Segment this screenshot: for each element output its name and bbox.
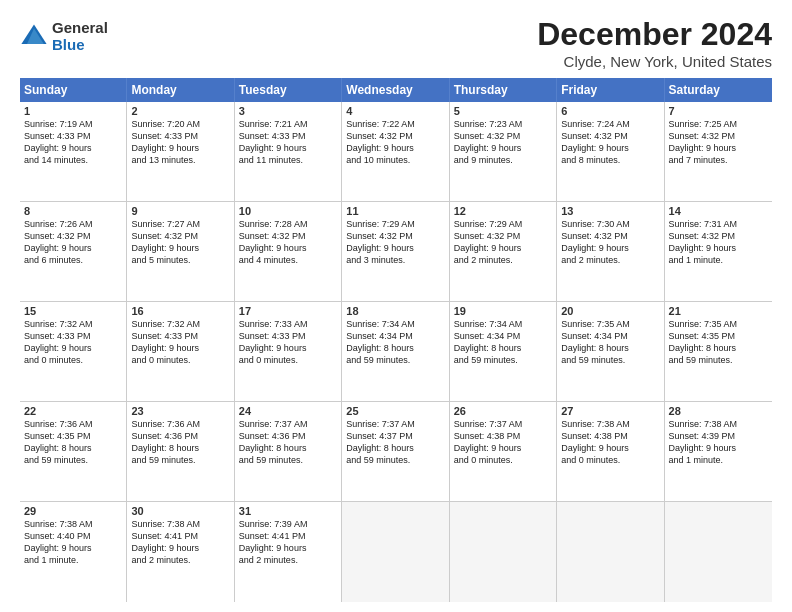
day-number: 13 bbox=[561, 205, 659, 217]
cal-cell: 11Sunrise: 7:29 AMSunset: 4:32 PMDayligh… bbox=[342, 202, 449, 301]
day-name-wednesday: Wednesday bbox=[342, 78, 449, 102]
calendar-title: December 2024 bbox=[537, 16, 772, 53]
cal-cell: 2Sunrise: 7:20 AMSunset: 4:33 PMDaylight… bbox=[127, 102, 234, 201]
cal-cell: 4Sunrise: 7:22 AMSunset: 4:32 PMDaylight… bbox=[342, 102, 449, 201]
cell-text: Sunrise: 7:38 AMSunset: 4:41 PMDaylight:… bbox=[131, 518, 229, 567]
day-name-sunday: Sunday bbox=[20, 78, 127, 102]
day-number: 7 bbox=[669, 105, 768, 117]
cell-text: Sunrise: 7:38 AMSunset: 4:40 PMDaylight:… bbox=[24, 518, 122, 567]
calendar: SundayMondayTuesdayWednesdayThursdayFrid… bbox=[20, 78, 772, 602]
day-number: 16 bbox=[131, 305, 229, 317]
day-number: 10 bbox=[239, 205, 337, 217]
cell-text: Sunrise: 7:28 AMSunset: 4:32 PMDaylight:… bbox=[239, 218, 337, 267]
day-number: 28 bbox=[669, 405, 768, 417]
cell-text: Sunrise: 7:29 AMSunset: 4:32 PMDaylight:… bbox=[454, 218, 552, 267]
day-number: 4 bbox=[346, 105, 444, 117]
cal-cell: 9Sunrise: 7:27 AMSunset: 4:32 PMDaylight… bbox=[127, 202, 234, 301]
day-number: 19 bbox=[454, 305, 552, 317]
day-number: 17 bbox=[239, 305, 337, 317]
page: General Blue December 2024 Clyde, New Yo… bbox=[0, 0, 792, 612]
day-name-tuesday: Tuesday bbox=[235, 78, 342, 102]
cell-text: Sunrise: 7:39 AMSunset: 4:41 PMDaylight:… bbox=[239, 518, 337, 567]
day-number: 23 bbox=[131, 405, 229, 417]
cal-cell: 10Sunrise: 7:28 AMSunset: 4:32 PMDayligh… bbox=[235, 202, 342, 301]
cell-text: Sunrise: 7:26 AMSunset: 4:32 PMDaylight:… bbox=[24, 218, 122, 267]
day-number: 18 bbox=[346, 305, 444, 317]
day-name-thursday: Thursday bbox=[450, 78, 557, 102]
cal-cell: 21Sunrise: 7:35 AMSunset: 4:35 PMDayligh… bbox=[665, 302, 772, 401]
day-number: 30 bbox=[131, 505, 229, 517]
cell-text: Sunrise: 7:36 AMSunset: 4:36 PMDaylight:… bbox=[131, 418, 229, 467]
calendar-body: 1Sunrise: 7:19 AMSunset: 4:33 PMDaylight… bbox=[20, 102, 772, 602]
day-number: 21 bbox=[669, 305, 768, 317]
day-number: 5 bbox=[454, 105, 552, 117]
day-number: 9 bbox=[131, 205, 229, 217]
day-number: 31 bbox=[239, 505, 337, 517]
cal-cell: 30Sunrise: 7:38 AMSunset: 4:41 PMDayligh… bbox=[127, 502, 234, 602]
cell-text: Sunrise: 7:35 AMSunset: 4:34 PMDaylight:… bbox=[561, 318, 659, 367]
day-number: 22 bbox=[24, 405, 122, 417]
cell-text: Sunrise: 7:36 AMSunset: 4:35 PMDaylight:… bbox=[24, 418, 122, 467]
cell-text: Sunrise: 7:25 AMSunset: 4:32 PMDaylight:… bbox=[669, 118, 768, 167]
cell-text: Sunrise: 7:35 AMSunset: 4:35 PMDaylight:… bbox=[669, 318, 768, 367]
cell-text: Sunrise: 7:30 AMSunset: 4:32 PMDaylight:… bbox=[561, 218, 659, 267]
cal-cell: 28Sunrise: 7:38 AMSunset: 4:39 PMDayligh… bbox=[665, 402, 772, 501]
cal-cell: 1Sunrise: 7:19 AMSunset: 4:33 PMDaylight… bbox=[20, 102, 127, 201]
cell-text: Sunrise: 7:34 AMSunset: 4:34 PMDaylight:… bbox=[454, 318, 552, 367]
cell-text: Sunrise: 7:21 AMSunset: 4:33 PMDaylight:… bbox=[239, 118, 337, 167]
cell-text: Sunrise: 7:23 AMSunset: 4:32 PMDaylight:… bbox=[454, 118, 552, 167]
day-number: 6 bbox=[561, 105, 659, 117]
day-name-monday: Monday bbox=[127, 78, 234, 102]
day-name-saturday: Saturday bbox=[665, 78, 772, 102]
cell-text: Sunrise: 7:22 AMSunset: 4:32 PMDaylight:… bbox=[346, 118, 444, 167]
cell-text: Sunrise: 7:37 AMSunset: 4:36 PMDaylight:… bbox=[239, 418, 337, 467]
cal-cell bbox=[665, 502, 772, 602]
cal-cell: 20Sunrise: 7:35 AMSunset: 4:34 PMDayligh… bbox=[557, 302, 664, 401]
day-number: 15 bbox=[24, 305, 122, 317]
calendar-header: SundayMondayTuesdayWednesdayThursdayFrid… bbox=[20, 78, 772, 102]
cal-cell: 12Sunrise: 7:29 AMSunset: 4:32 PMDayligh… bbox=[450, 202, 557, 301]
day-number: 12 bbox=[454, 205, 552, 217]
cal-cell: 5Sunrise: 7:23 AMSunset: 4:32 PMDaylight… bbox=[450, 102, 557, 201]
logo-text: General Blue bbox=[52, 20, 108, 53]
day-number: 27 bbox=[561, 405, 659, 417]
cal-cell: 22Sunrise: 7:36 AMSunset: 4:35 PMDayligh… bbox=[20, 402, 127, 501]
header: General Blue December 2024 Clyde, New Yo… bbox=[20, 16, 772, 70]
cell-text: Sunrise: 7:37 AMSunset: 4:37 PMDaylight:… bbox=[346, 418, 444, 467]
cell-text: Sunrise: 7:31 AMSunset: 4:32 PMDaylight:… bbox=[669, 218, 768, 267]
logo-line1: General bbox=[52, 20, 108, 37]
cal-cell: 3Sunrise: 7:21 AMSunset: 4:33 PMDaylight… bbox=[235, 102, 342, 201]
day-number: 8 bbox=[24, 205, 122, 217]
cal-cell: 31Sunrise: 7:39 AMSunset: 4:41 PMDayligh… bbox=[235, 502, 342, 602]
cell-text: Sunrise: 7:24 AMSunset: 4:32 PMDaylight:… bbox=[561, 118, 659, 167]
day-number: 1 bbox=[24, 105, 122, 117]
cal-cell: 17Sunrise: 7:33 AMSunset: 4:33 PMDayligh… bbox=[235, 302, 342, 401]
cell-text: Sunrise: 7:38 AMSunset: 4:39 PMDaylight:… bbox=[669, 418, 768, 467]
title-block: December 2024 Clyde, New York, United St… bbox=[537, 16, 772, 70]
cell-text: Sunrise: 7:37 AMSunset: 4:38 PMDaylight:… bbox=[454, 418, 552, 467]
cal-cell: 18Sunrise: 7:34 AMSunset: 4:34 PMDayligh… bbox=[342, 302, 449, 401]
cal-cell: 23Sunrise: 7:36 AMSunset: 4:36 PMDayligh… bbox=[127, 402, 234, 501]
cal-cell: 7Sunrise: 7:25 AMSunset: 4:32 PMDaylight… bbox=[665, 102, 772, 201]
cell-text: Sunrise: 7:32 AMSunset: 4:33 PMDaylight:… bbox=[24, 318, 122, 367]
cell-text: Sunrise: 7:20 AMSunset: 4:33 PMDaylight:… bbox=[131, 118, 229, 167]
week-row-4: 22Sunrise: 7:36 AMSunset: 4:35 PMDayligh… bbox=[20, 402, 772, 502]
cal-cell: 25Sunrise: 7:37 AMSunset: 4:37 PMDayligh… bbox=[342, 402, 449, 501]
week-row-3: 15Sunrise: 7:32 AMSunset: 4:33 PMDayligh… bbox=[20, 302, 772, 402]
cal-cell: 8Sunrise: 7:26 AMSunset: 4:32 PMDaylight… bbox=[20, 202, 127, 301]
cell-text: Sunrise: 7:27 AMSunset: 4:32 PMDaylight:… bbox=[131, 218, 229, 267]
cal-cell: 19Sunrise: 7:34 AMSunset: 4:34 PMDayligh… bbox=[450, 302, 557, 401]
day-number: 11 bbox=[346, 205, 444, 217]
cal-cell bbox=[342, 502, 449, 602]
day-number: 14 bbox=[669, 205, 768, 217]
day-number: 3 bbox=[239, 105, 337, 117]
cell-text: Sunrise: 7:29 AMSunset: 4:32 PMDaylight:… bbox=[346, 218, 444, 267]
cell-text: Sunrise: 7:38 AMSunset: 4:38 PMDaylight:… bbox=[561, 418, 659, 467]
day-number: 2 bbox=[131, 105, 229, 117]
logo: General Blue bbox=[20, 20, 108, 53]
cal-cell: 13Sunrise: 7:30 AMSunset: 4:32 PMDayligh… bbox=[557, 202, 664, 301]
cal-cell: 26Sunrise: 7:37 AMSunset: 4:38 PMDayligh… bbox=[450, 402, 557, 501]
week-row-5: 29Sunrise: 7:38 AMSunset: 4:40 PMDayligh… bbox=[20, 502, 772, 602]
cal-cell bbox=[557, 502, 664, 602]
cal-cell bbox=[450, 502, 557, 602]
